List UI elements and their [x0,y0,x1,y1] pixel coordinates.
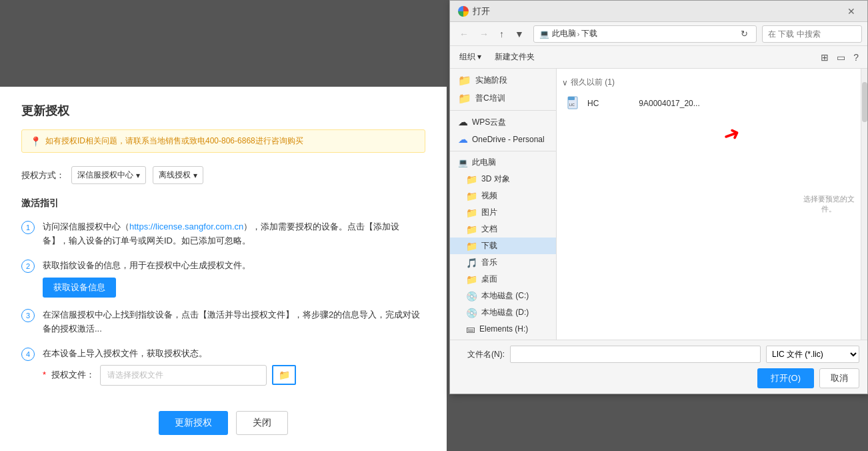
sidebar-item-desktop[interactable]: 📁 桌面 [450,271,556,288]
notice-bar: 📍 如有授权ID相关问题，请联系当地销售或致电400-806-6868进行咨询购… [21,129,425,153]
sidebar-item-diskd[interactable]: 💿 本地磁盘 (D:) [450,304,556,321]
file-icon-lic: LIC [566,95,582,111]
nav-recent-button[interactable]: ▼ [511,26,528,42]
nav-forward-button[interactable]: → [475,26,493,42]
sidebar-label-diskc: 本地磁盘 (C:) [481,290,529,302]
svg-rect-1 [568,97,575,100]
sidebar-item-downloads[interactable]: 📁 下载 [450,238,556,254]
folder-icon-music: 🎵 [466,258,477,268]
disk-icon-d: 💿 [466,308,477,318]
sidebar-item-shishi[interactable]: 📁 实施阶段 [450,71,556,89]
view-buttons: ⊞ ▭ ? [817,50,862,65]
pane-button[interactable]: ▭ [833,50,849,65]
step-3: 3 在深信服授权中心上找到指纹设备，点击【激活并导出授权文件】，将步骤2的信息导… [21,308,425,336]
notice-text: 如有授权ID相关问题，请联系当地销售或致电400-806-6868进行咨询购买 [45,135,303,147]
filename-input[interactable] [510,346,761,363]
auth-method-label: 授权方式： [21,169,65,181]
nav-divider-1 [450,110,556,111]
sidebar-label-puc: 普C培训 [475,93,505,104]
step-1-num: 1 [21,221,35,234]
address-bar: 💻 此电脑 › 下载 ↻ [533,25,757,43]
file-browse-button[interactable]: 📁 [272,365,296,385]
sidebar-item-pics[interactable]: 📁 图片 [450,204,556,221]
disk-icon-h: 🖴 [466,324,475,334]
dialog-title-text: 打开 [473,5,490,17]
step-1-text-before: 访问深信服授权中心（ [43,221,129,232]
step-1-content: 访问深信服授权中心（https://license.sangfor.com.cn… [43,220,425,248]
sidebar-label-docs: 文档 [481,223,497,235]
folder-icon-desktop: 📁 [466,274,477,285]
refresh-button[interactable]: ↻ [738,27,751,40]
folder-icon-docs: 📁 [466,224,477,235]
pc-icon: 💻 [458,158,468,167]
offline-chevron: ▾ [193,171,197,180]
file-name-lic: HC 9A0004017_20... [587,99,851,108]
help-button[interactable]: ? [850,50,862,65]
red-arrow-indicator: ➜ [720,120,743,147]
dialog-close-button[interactable]: ✕ [843,5,859,18]
lic-file-svg: LIC [566,95,582,111]
organize-button[interactable]: 组织 ▾ [455,49,485,65]
file-item-lic[interactable]: LIC HC 9A0004017_20... [562,92,855,115]
search-bar[interactable]: 🔍 [762,25,862,43]
sidebar-item-music[interactable]: 🎵 音乐 [450,254,556,271]
sidebar-label-pics: 图片 [481,207,497,218]
step-4-text: 在本设备上导入授权文件，获取授权状态。 [43,347,296,361]
step-3-text: 在深信服授权中心上找到指纹设备，点击【激活并导出授权文件】，将步骤2的信息导入，… [43,310,420,334]
step-2-content: 获取指纹设备的信息，用于在授权中心生成授权文件。 获取设备信息 [43,259,251,298]
close-modal-button[interactable]: 关闭 [236,411,288,435]
section-header-recent[interactable]: ∨ 很久以前 (1) [562,77,855,88]
dialog-footer: 文件名(N): LIC 文件 (*.lic) 所有文件 (*.*) 打开(O) … [450,340,867,394]
get-device-info-button[interactable]: 获取设备信息 [43,278,116,298]
sidebar-item-diskh[interactable]: 🖴 Elements (H:) [450,321,556,337]
sidebar-label-desktop: 桌面 [481,274,497,285]
activation-section-title: 激活指引 [21,197,425,209]
step-4: 4 在本设备上导入授权文件，获取授权状态。 * 授权文件： 请选择授权文件 📁 [21,347,425,386]
update-auth-button[interactable]: 更新授权 [159,411,228,435]
sidebar-item-diskc[interactable]: 💿 本地磁盘 (C:) [450,288,556,304]
sidebar-label-thispc: 此电脑 [472,157,496,168]
address-computer: 此电脑 [552,28,576,39]
search-input[interactable] [768,29,868,39]
sidebar-item-3d[interactable]: 📁 3D 对象 [450,171,556,187]
new-folder-button[interactable]: 新建文件夹 [491,49,539,65]
view-mode-button[interactable]: ⊞ [817,50,832,65]
filetype-select[interactable]: LIC 文件 (*.lic) 所有文件 (*.*) [766,346,859,363]
filename-row: 文件名(N): LIC 文件 (*.lic) 所有文件 (*.*) [458,346,859,363]
dialog-title-left: 打开 [458,5,490,17]
update-license-modal: 更新授权 📍 如有授权ID相关问题，请联系当地销售或致电400-806-6868… [0,87,447,451]
sidebar-label-wps: WPS云盘 [472,117,506,128]
scrollbar-thumb[interactable] [862,82,867,122]
sidebar-item-wps[interactable]: ☁ WPS云盘 [450,113,556,131]
sidebar-label-downloads: 下载 [481,240,497,252]
auth-center-select[interactable]: 深信服授权中心 ▾ [71,166,146,184]
sidebar-item-docs[interactable]: 📁 文档 [450,221,556,238]
sidebar-item-thispc[interactable]: 💻 此电脑 [450,154,556,171]
section-collapse-icon: ∨ [562,78,568,87]
file-placeholder: 请选择授权文件 [107,370,163,380]
step-2-num: 2 [21,260,35,273]
dialog-action-row: 打开(O) 取消 [458,368,859,388]
onedrive-icon: ☁ [458,133,468,145]
dark-overlay [0,0,447,87]
scrollbar-track[interactable] [861,69,867,340]
open-button[interactable]: 打开(O) [757,368,814,388]
nav-up-button[interactable]: ↑ [495,26,508,42]
address-icon: 💻 [539,29,549,39]
svg-text:LIC: LIC [569,103,575,107]
cancel-button[interactable]: 取消 [819,368,859,388]
step-list: 1 访问深信服授权中心（https://license.sangfor.com.… [21,220,425,386]
sidebar-item-video[interactable]: 📁 视频 [450,187,556,204]
license-link[interactable]: https://license.sangfor.com.cn [129,221,243,232]
chrome-icon [458,6,469,17]
sidebar-label-diskh: Elements (H:) [479,324,528,334]
sidebar-item-onedrive[interactable]: ☁ OneDrive - Personal [450,131,556,148]
offline-select[interactable]: 离线授权 ▾ [153,166,203,184]
auth-center-value: 深信服授权中心 [77,169,133,181]
wps-icon: ☁ [458,116,468,128]
sidebar-item-puc[interactable]: 📁 普C培训 [450,89,556,107]
right-hint: 选择要预览的文件。 [802,194,855,215]
nav-back-button[interactable]: ← [455,26,473,42]
sidebar-label-music: 音乐 [481,257,497,268]
warning-icon: 📍 [30,136,41,147]
